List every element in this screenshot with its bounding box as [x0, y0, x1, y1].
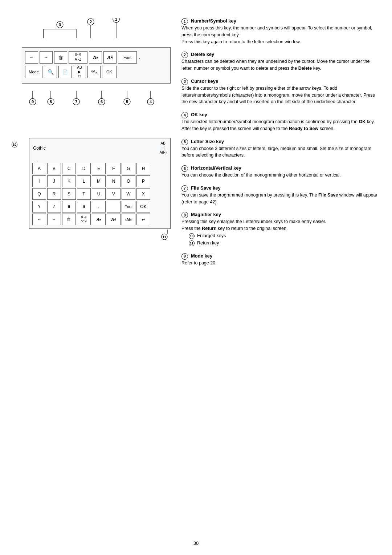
key-Q[interactable]: Q	[32, 188, 46, 200]
svg-text:5: 5	[126, 100, 128, 104]
page: 3 2 1 ← → 🗑 0~9A~Z Aa AĀ	[0, 0, 392, 555]
section-8-title: Magnifier key	[191, 212, 221, 217]
key-L[interactable]: L	[77, 175, 91, 187]
key-abar-nav[interactable]: AĀ	[107, 214, 121, 225]
section-cursor: 3 Cursor keys Slide the cursor to the ri…	[181, 78, 377, 105]
key-braille1[interactable]: ⠿	[62, 201, 76, 212]
key-G[interactable]: G	[122, 163, 135, 174]
circle-1: 1	[181, 18, 188, 25]
svg-text:1: 1	[115, 18, 117, 21]
top-annotations-svg: 3 2 1	[22, 18, 167, 40]
key-W[interactable]: W	[122, 188, 135, 200]
section-file-save: 7 File Save key You can save the program…	[181, 185, 377, 206]
circle-8: 8	[181, 212, 188, 218]
ok-key-top[interactable]: OK	[102, 66, 117, 78]
svg-text:7: 7	[75, 100, 77, 104]
kb2-row-yz-etc: Y Z ⠿ ⠿ . Font OK	[32, 201, 167, 212]
key-I[interactable]: I	[32, 175, 46, 187]
key-E[interactable]: E	[92, 163, 106, 174]
key-C[interactable]: C	[62, 163, 76, 174]
key-N[interactable]: N	[107, 175, 121, 187]
key-return-nav[interactable]: ↩	[136, 214, 150, 225]
key-left-nav[interactable]: ←	[32, 214, 46, 225]
key-X[interactable]: X	[136, 188, 150, 200]
circle-10: 10	[12, 142, 17, 147]
kb2-row-abcdefgh: A B C D E F G H	[32, 163, 167, 174]
key-delete-nav[interactable]: 🗑	[62, 214, 76, 225]
key-09az-nav[interactable]: 0~9A~Z	[77, 214, 91, 225]
key-period[interactable]: .	[92, 201, 106, 212]
section-8-body: Pressing this key enlarges the Letter/Nu…	[181, 218, 377, 232]
letter-size-key-a-bar[interactable]: AĀ	[103, 51, 117, 64]
key-space[interactable]	[107, 201, 121, 212]
key-U[interactable]: U	[92, 188, 106, 200]
bottom-annotations-svg: 9 8 7 6 5 4	[22, 91, 167, 109]
font-key-top[interactable]: Font	[118, 51, 137, 64]
keyboard-bottom: Gothic AB 📄 A(F) _ A B C D E F	[29, 138, 171, 229]
left-arrow-key[interactable]: ←	[25, 51, 38, 64]
svg-text:11: 11	[163, 235, 166, 239]
key-A[interactable]: A	[32, 163, 46, 174]
delete-icon-key[interactable]: 🗑	[54, 51, 67, 64]
sub-item-10: 10 Enlarged keys	[189, 232, 377, 239]
key-Y[interactable]: Y	[32, 201, 46, 212]
section-number-symbol: 1 Number/Symbol key When you press this …	[181, 18, 377, 45]
section-6-body: You can choose the direction of the mono…	[181, 172, 377, 179]
file-save-key-icon[interactable]: 📄	[58, 66, 72, 78]
magnifier-key-icon[interactable]: 🔍	[44, 66, 57, 78]
key-O[interactable]: O	[122, 175, 135, 187]
key-F[interactable]: F	[107, 163, 121, 174]
key-Z[interactable]: Z	[47, 201, 61, 212]
circle-5: 5	[181, 139, 188, 145]
return-annotation-line: 11	[151, 230, 169, 240]
section-mode: 9 Mode key Refer to page 20.	[181, 253, 377, 267]
svg-text:4: 4	[150, 100, 152, 104]
svg-text:8: 8	[50, 100, 52, 104]
key-font[interactable]: Font	[122, 201, 135, 212]
key-M[interactable]: M	[92, 175, 106, 187]
circle-2: 2	[181, 52, 188, 58]
right-arrow-key[interactable]: →	[40, 51, 53, 64]
key-braille2[interactable]: ⠿	[77, 201, 91, 212]
section-9-body: Refer to page 20.	[181, 260, 377, 267]
section-2-body: Characters can be deleted when they are …	[181, 58, 377, 72]
key-B[interactable]: B	[47, 163, 61, 174]
svg-text:6: 6	[101, 100, 103, 104]
af-label: A(F)	[160, 150, 167, 155]
section-4-title: OK key	[191, 112, 207, 117]
key-D[interactable]: D	[77, 163, 91, 174]
kb2-row-ijklmnop: I J K L M N O P	[32, 175, 167, 187]
left-column: 3 2 1 ← → 🗑 0~9A~Z Aa AĀ	[15, 15, 171, 540]
letter-ms-key[interactable]: LMS	[87, 66, 101, 78]
horizontal-vertical-key-icon[interactable]: AB▶□	[73, 66, 86, 78]
key-V[interactable]: V	[107, 188, 121, 200]
section-ok: 4 OK key The selected letter/number/symb…	[181, 112, 377, 132]
section-4-body: The selected letter/number/symbol monogr…	[181, 118, 377, 132]
gothic-label: Gothic	[33, 146, 46, 151]
key-lms-nav[interactable]: LMS	[122, 214, 135, 225]
mode-key-top[interactable]: Mode	[25, 66, 42, 78]
key-right-nav[interactable]: →	[47, 214, 61, 225]
key-ok-bottom[interactable]: OK	[136, 201, 150, 212]
svg-text:9: 9	[32, 100, 34, 104]
ab-af-labels: AB 📄 A(F)	[160, 141, 167, 155]
section-6-title: Horizontal/Vertical key	[191, 165, 241, 171]
key-aslash-nav[interactable]: Aa	[92, 214, 106, 225]
key-K[interactable]: K	[62, 175, 76, 187]
file-save-small-icon: 📄	[160, 146, 166, 150]
right-column: 1 Number/Symbol key When you press this …	[181, 15, 377, 540]
key-P[interactable]: P	[136, 175, 150, 187]
kb2-row-qrstuvwx: Q R S T U V W X	[32, 188, 167, 200]
letter-size-key-a[interactable]: Aa	[89, 51, 102, 64]
key-J[interactable]: J	[47, 175, 61, 187]
key-S[interactable]: S	[62, 188, 76, 200]
section-7-title: File Save key	[191, 185, 221, 191]
section-5-body: You can choose 3 different sizes of lett…	[181, 145, 377, 159]
section-7-body: You can save the programmed monogram by …	[181, 192, 377, 206]
key-H[interactable]: H	[136, 163, 150, 174]
key-T[interactable]: T	[77, 188, 91, 200]
enlarged-keys-label: 10	[12, 142, 17, 147]
key-R[interactable]: R	[47, 188, 61, 200]
section-horizontal-vertical: 6 Horizontal/Vertical key You can choose…	[181, 165, 377, 179]
number-symbol-key[interactable]: 0~9A~Z	[69, 51, 87, 64]
